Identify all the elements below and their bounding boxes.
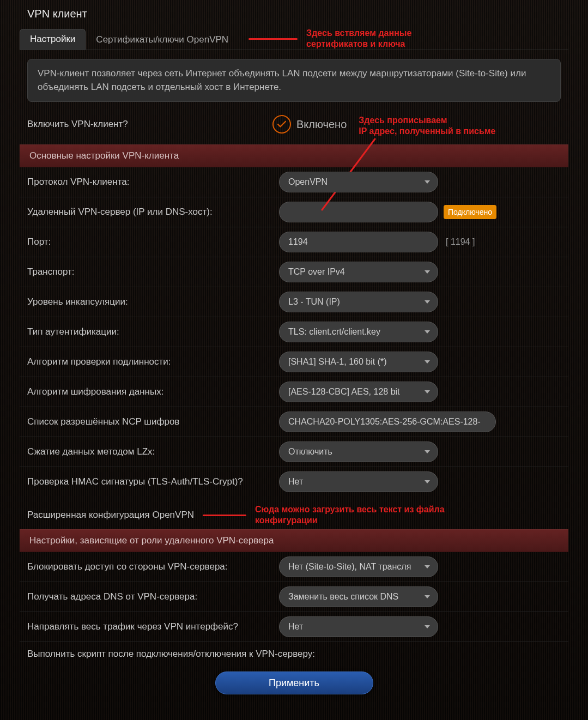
ncp-input[interactable] (279, 412, 496, 432)
annotation-ip: Здесь прописываем IP адрес, полученный в… (359, 115, 495, 137)
dns-label: Получать адреса DNS от VPN-сервера: (27, 591, 272, 603)
enable-row: Включить VPN-клиент? Включено Здесь проп… (20, 111, 568, 144)
section-role-header: Настройки, зависящие от роли удаленного … (20, 529, 568, 552)
enable-label: Включить VPN-клиент? (27, 115, 272, 130)
annotation-certs: Здесь вствляем данные сертификатов и клю… (306, 28, 426, 50)
route-select[interactable]: Нет (279, 616, 438, 637)
page-title: VPN клиент (20, 4, 568, 28)
section-main-header: Основные настройки VPN-клиента (20, 144, 568, 167)
tabs-bar: Настройки Сертификаты/ключи OpenVPN Здес… (20, 28, 568, 50)
protocol-label: Протокол VPN-клиента: (27, 176, 272, 188)
protocol-select[interactable]: OpenVPN (279, 172, 438, 192)
encap-label: Уровень инкапсуляции: (27, 296, 272, 308)
remote-label: Удаленный VPN-сервер (IP или DNS-хост): (27, 206, 272, 218)
annotation-conf: Сюда можно загрузить весь текст из файла… (255, 504, 445, 526)
check-circle-icon (272, 115, 291, 134)
annotation-line-icon (248, 38, 298, 40)
block-select[interactable]: Нет (Site-to-Site), NAT трансля (279, 556, 438, 577)
connected-badge: Подключено (444, 205, 496, 219)
port-hint: [ 1194 ] (446, 237, 475, 247)
chevron-down-icon (425, 450, 430, 453)
chevron-down-icon (425, 300, 430, 304)
description-box: VPN-клиент позволяет через сеть Интернет… (27, 59, 561, 102)
apply-button[interactable]: Применить (215, 671, 373, 694)
chevron-down-icon (425, 270, 430, 274)
lzo-select[interactable]: Отключить (279, 441, 438, 462)
lzo-label: Сжатие данных методом LZx: (27, 446, 272, 458)
hashalg-select[interactable]: [SHA1] SHA-1, 160 bit (*) (279, 352, 438, 372)
annotation-line-icon (203, 515, 246, 516)
hmac-select[interactable]: Нет (279, 471, 438, 492)
encap-select[interactable]: L3 - TUN (IP) (279, 292, 438, 312)
cipher-label: Алгоритм шифрования данных: (27, 386, 272, 398)
chevron-down-icon (425, 330, 430, 334)
chevron-down-icon (425, 390, 430, 394)
transport-select[interactable]: TCP over IPv4 (279, 262, 438, 282)
dns-select[interactable]: Заменить весь список DNS (279, 586, 438, 607)
block-label: Блокировать доступ со стороны VPN-сервер… (27, 561, 272, 573)
enable-status: Включено (296, 118, 347, 131)
chevron-down-icon (425, 625, 430, 628)
extconf-label[interactable]: Расширенная конфигурация OpenVPN (27, 510, 194, 521)
transport-label: Транспорт: (27, 266, 272, 278)
tab-certs[interactable]: Сертификаты/ключи OpenVPN (86, 29, 239, 50)
ncp-label: Список разрешённых NCP шифров (27, 416, 272, 428)
hmac-label: Проверка HMAC сигнатуры (TLS-Auth/TLS-Cr… (27, 476, 272, 488)
chevron-down-icon (425, 565, 430, 568)
chevron-down-icon (425, 595, 430, 598)
script-label: Выполнить скрипт после подключения/отклю… (20, 642, 568, 662)
chevron-down-icon (425, 360, 430, 364)
chevron-down-icon (425, 480, 430, 483)
chevron-down-icon (425, 180, 430, 184)
port-input[interactable] (279, 232, 438, 252)
auth-select[interactable]: TLS: client.crt/client.key (279, 322, 438, 342)
port-label: Порт: (27, 236, 272, 248)
auth-label: Тип аутентификации: (27, 326, 272, 338)
route-label: Направлять весь трафик через VPN интерфе… (27, 621, 272, 633)
toggle-enable[interactable]: Включено (272, 115, 347, 134)
cipher-select[interactable]: [AES-128-CBC] AES, 128 bit (279, 382, 438, 402)
tab-settings[interactable]: Настройки (20, 29, 86, 50)
hashalg-label: Алгоритм проверки подлинности: (27, 356, 272, 368)
